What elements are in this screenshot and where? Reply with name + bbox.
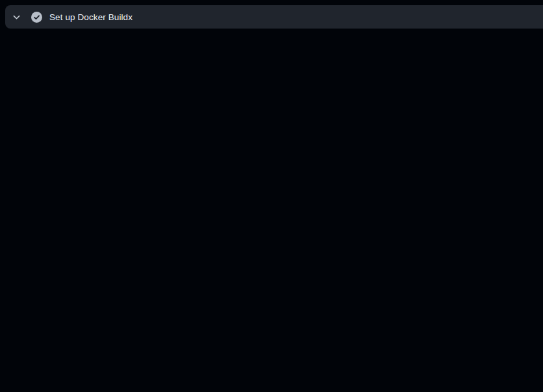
log-row: 120{	[0, 167, 543, 180]
log-row: 126 "buildkitd-flags": "--allow-insecure…	[0, 246, 543, 259]
log-row: 119▼Inspect builder	[0, 154, 543, 167]
log-row: 128 "platforms": "linux/amd64,linux/amd6…	[0, 272, 543, 285]
step-title: Set up Docker Buildx	[49, 12, 133, 22]
log-row: 1▶Run ./	[0, 36, 543, 49]
step-header[interactable]: Set up Docker Buildx	[5, 5, 543, 29]
check-circle-icon	[31, 11, 42, 23]
log-row: 99builder-d9cfb5a1-c764-445a-a57e-0b19d2…	[0, 128, 543, 141]
log-row: 134}	[0, 351, 543, 364]
log-row: 122 {	[0, 193, 543, 206]
chevron-down-icon[interactable]	[10, 11, 22, 23]
log-row: 94▼Buildx version	[0, 62, 543, 75]
log-rows: 1▶Run ./ 7▶Docker info 94▼Buildx version…	[0, 29, 543, 392]
log-row: 98/usr/bin/docker buildx create --name b…	[0, 115, 543, 128]
log-row: 130 ],	[0, 299, 543, 312]
log-row: 100▶Booting builder	[0, 141, 543, 154]
log-row: 129 }	[0, 286, 543, 299]
log-row: 96github.com/docker/buildx 0.10.3+azure-…	[0, 89, 543, 102]
log-row: 121 "nodes": [	[0, 180, 543, 193]
actions-log-viewer: { "header": { "title": "Set up Docker Bu…	[0, 0, 543, 392]
log-row: 131 "name": "builder-d9cfb5a1-c764-445a-…	[0, 312, 543, 325]
log-row: 132 "driver": "docker-container",	[0, 325, 543, 337]
log-row: 97▼Creating a new builder instance	[0, 102, 543, 115]
log-row: 7▶Docker info	[0, 49, 543, 62]
log-row: 133 "lastActivity": "2023-02-25T11:58:12…	[0, 337, 543, 350]
log-row: 135▼BuildKit version	[0, 364, 543, 377]
log-row: 95/usr/bin/docker buildx version	[0, 76, 543, 89]
log-row: 123 "name": "builder-d9cfb5a1-c764-445a-…	[0, 206, 543, 219]
log-row: 124 "endpoint": "unix:///var/run/docker.…	[0, 220, 543, 233]
log-row: 125 "status": "running",	[0, 233, 543, 246]
log-row: 136builder-d9cfb5a1-c764-445a-a57e-0b19d…	[0, 377, 543, 390]
log-row: 127 "buildkit": "v0.11.3",	[0, 259, 543, 272]
